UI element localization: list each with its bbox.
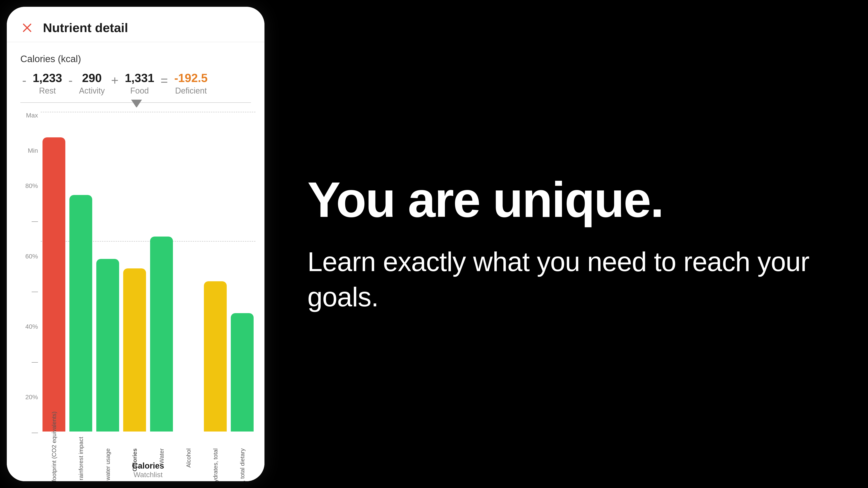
divider-section xyxy=(7,100,265,107)
bar-carbon-fill xyxy=(42,137,65,431)
operator-plus: + xyxy=(109,73,120,88)
y-label-em2: — xyxy=(20,288,41,295)
screen-header: Nutrient detail xyxy=(7,7,265,42)
bar-label-water-scarce: Scarce water usage xyxy=(104,449,111,482)
y-label-max: Max xyxy=(20,112,41,119)
y-label-40: 40% xyxy=(20,323,41,330)
bar-label-alcohol: Alcohol xyxy=(185,449,192,482)
rest-value: 1,233 xyxy=(33,71,62,85)
calories-label: Calories (kcal) xyxy=(20,54,251,64)
watchlist-section: Calories Watchlist xyxy=(41,461,255,479)
calories-section: Calories (kcal) - 1,233 Rest - 290 Activ… xyxy=(7,42,265,100)
operator-minus1: - xyxy=(20,73,28,88)
bar-calories[interactable]: Calories xyxy=(123,112,146,431)
activity-item: 290 Activity xyxy=(79,71,105,96)
food-item: 1,331 Food xyxy=(125,71,154,96)
bar-fiber-fill xyxy=(231,313,254,431)
close-button[interactable] xyxy=(20,21,34,35)
activity-value: 290 xyxy=(82,71,102,85)
bar-alcohol: Alcohol xyxy=(177,112,200,431)
phone-screen: Nutrient detail Calories (kcal) - 1,233 … xyxy=(7,7,265,481)
y-label-em1: — xyxy=(20,218,41,225)
bar-carbs-fill xyxy=(204,281,227,431)
food-value: 1,331 xyxy=(125,71,154,85)
headline: You are unique. xyxy=(307,174,832,226)
bar-label-calories: Calories xyxy=(131,449,138,482)
bar-fiber: Fiber, total dietary xyxy=(231,112,254,431)
equals-sign: = xyxy=(159,73,170,88)
bar-label-fiber: Fiber, total dietary xyxy=(239,449,246,482)
bar-water-scarce-fill xyxy=(96,259,119,431)
result-value: -192.5 xyxy=(174,71,208,85)
page-title: Nutrient detail xyxy=(43,20,128,35)
result-item: -192.5 Deficient xyxy=(174,71,208,96)
bar-water-fill xyxy=(150,236,173,431)
bar-carbon: Carbon footprint (CO2 equivalents) xyxy=(42,112,65,431)
calories-row: - 1,233 Rest - 290 Activity + 1,331 Food… xyxy=(20,71,251,96)
right-panel: You are unique. Learn exactly what you n… xyxy=(271,0,868,488)
bar-label-carbon: Carbon footprint (CO2 equivalents) xyxy=(51,449,57,482)
bar-carbs: Carbohydrates, total xyxy=(204,112,227,431)
activity-label: Activity xyxy=(79,86,105,96)
y-label-min: Min xyxy=(20,147,41,154)
bar-tropical-fill xyxy=(69,195,92,431)
y-label-60: 60% xyxy=(20,253,41,260)
rest-label: Rest xyxy=(39,86,56,96)
bar-alcohol-fill xyxy=(177,313,200,431)
close-icon xyxy=(22,22,33,33)
bar-label-tropical: Tropical rainforest impact xyxy=(77,449,84,482)
y-label-20: 20% xyxy=(20,394,41,401)
subtext: Learn exactly what you need to reach you… xyxy=(307,244,832,315)
bar-water: Water xyxy=(150,112,173,431)
operator-minus2: - xyxy=(67,73,74,88)
y-label-80: 80% xyxy=(20,182,41,190)
result-label: Deficient xyxy=(175,86,207,96)
y-label-em4: — xyxy=(20,429,41,436)
bar-water-scarce: Scarce water usage xyxy=(96,112,119,431)
bar-label-carbs: Carbohydrates, total xyxy=(212,449,219,482)
rest-item: 1,233 Rest xyxy=(33,71,62,96)
phone-panel: Nutrient detail Calories (kcal) - 1,233 … xyxy=(0,0,271,488)
bar-calories-fill xyxy=(123,268,146,431)
bar-tropical: Tropical rainforest impact xyxy=(69,112,92,431)
chart-area: Max Min 80% — 60% — 40% — 20% — xyxy=(7,107,265,481)
y-label-em3: — xyxy=(20,358,41,365)
food-label: Food xyxy=(130,86,149,96)
bar-label-water: Water xyxy=(158,449,165,482)
